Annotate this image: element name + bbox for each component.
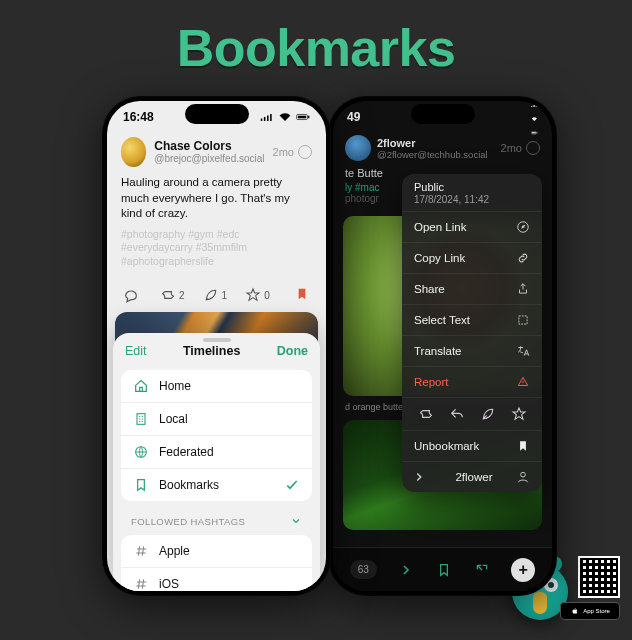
- home-icon: [133, 378, 149, 394]
- hero-title: Bookmarks: [0, 18, 632, 78]
- compose-button[interactable]: +: [511, 558, 535, 582]
- menu-report[interactable]: Report: [402, 367, 542, 398]
- svg-rect-2: [537, 133, 538, 134]
- context-menu: Public 17/8/2024, 11:42 Open Link Copy L…: [402, 174, 542, 492]
- hashtags-list: Apple iOS LandscapePhotography: [121, 535, 312, 591]
- app-store-label: App Store: [583, 608, 610, 614]
- done-button[interactable]: Done: [277, 344, 308, 358]
- hash-icon: [133, 576, 149, 591]
- select-text-icon: [516, 313, 530, 327]
- handle: @2flower@techhub.social: [377, 149, 488, 160]
- compass-icon: [516, 220, 530, 234]
- post-tags[interactable]: #photography #gym #edc #everydaycarry #3…: [121, 228, 312, 269]
- display-name: Chase Colors: [154, 140, 264, 153]
- handle: @brejoc@pixelfed.social: [154, 153, 264, 164]
- chevron-down-icon: [290, 515, 302, 527]
- reply-icon[interactable]: [449, 406, 465, 422]
- tab-bar: 63 +: [333, 547, 552, 591]
- signal-icon: [531, 103, 538, 107]
- chevron-right-icon[interactable]: [398, 562, 414, 578]
- signal-icon: [260, 112, 274, 122]
- app-store-badge[interactable]: App Store: [560, 602, 620, 620]
- rocket-icon[interactable]: [480, 406, 496, 422]
- menu-action-icons: [402, 398, 542, 431]
- timeline-federated[interactable]: Federated: [121, 435, 312, 468]
- building-icon: [133, 411, 149, 427]
- tab-count[interactable]: 63: [350, 560, 377, 579]
- phone-right: 49 2flower @2flower@techhub.social 2mo: [328, 96, 557, 596]
- apple-icon: [570, 606, 580, 616]
- more-icon[interactable]: [526, 141, 540, 155]
- status-icons: [260, 112, 310, 122]
- edit-button[interactable]: Edit: [125, 344, 147, 358]
- reply-button[interactable]: [123, 287, 142, 303]
- dynamic-island: [411, 104, 475, 124]
- menu-user-row[interactable]: 2flower: [402, 462, 542, 492]
- visibility-label: Public: [414, 181, 530, 193]
- timeline-bookmarks[interactable]: Bookmarks: [121, 468, 312, 501]
- battery-icon: [296, 112, 310, 122]
- phone-left: 16:48 Chase Colors @brejoc@pixelfed.soci…: [102, 96, 331, 596]
- more-icon[interactable]: [298, 145, 312, 159]
- avatar[interactable]: [121, 137, 146, 167]
- star-icon[interactable]: [511, 406, 527, 422]
- sheet-title: Timelines: [183, 344, 240, 358]
- post-body: Hauling around a camera pretty much ever…: [121, 175, 312, 222]
- share-icon: [516, 282, 530, 296]
- post[interactable]: Chase Colors @brejoc@pixelfed.social 2mo…: [107, 133, 326, 276]
- menu-copy-link[interactable]: Copy Link: [402, 243, 542, 274]
- wifi-icon: [531, 117, 538, 121]
- status-time: 49: [347, 110, 360, 124]
- report-icon: [516, 375, 530, 389]
- chevron-right-icon: [412, 470, 426, 484]
- translate-icon: [516, 344, 530, 358]
- timeline-local[interactable]: Local: [121, 402, 312, 435]
- menu-open-link[interactable]: Open Link: [402, 212, 542, 243]
- globe-icon: [133, 444, 149, 460]
- boost-icon[interactable]: [418, 406, 434, 422]
- avatar[interactable]: [345, 135, 371, 161]
- bookmark-icon: [133, 477, 149, 493]
- menu-translate[interactable]: Translate: [402, 336, 542, 367]
- bookmark-filled-icon: [516, 439, 530, 453]
- dynamic-island: [185, 104, 249, 124]
- qr-code[interactable]: [578, 556, 620, 598]
- bookmark-icon[interactable]: [436, 562, 452, 578]
- favorite-button[interactable]: 1: [203, 287, 228, 303]
- post-age: 2mo: [501, 141, 540, 155]
- svg-rect-8: [308, 116, 309, 119]
- checkmark-icon: [284, 477, 300, 493]
- hashtag-apple[interactable]: Apple: [121, 535, 312, 567]
- hash-icon: [133, 543, 149, 559]
- svg-rect-9: [137, 414, 145, 425]
- timeline-home[interactable]: Home: [121, 370, 312, 402]
- bookmark-button[interactable]: [294, 286, 310, 304]
- display-name: 2flower: [377, 137, 488, 149]
- svg-rect-4: [519, 316, 527, 324]
- timestamp-label: 17/8/2024, 11:42: [414, 194, 530, 205]
- star-button[interactable]: 0: [245, 287, 270, 303]
- open-external-icon[interactable]: [474, 562, 490, 578]
- battery-icon: [531, 131, 538, 135]
- timelines-list: Home Local Federated Bookmarks: [121, 370, 312, 501]
- person-icon: [516, 470, 530, 484]
- hashtag-ios[interactable]: iOS: [121, 567, 312, 591]
- timelines-sheet: Edit Timelines Done Home Local: [113, 333, 320, 591]
- link-icon: [516, 251, 530, 265]
- status-icons: [531, 101, 538, 138]
- post-actions: 2 1 0: [107, 276, 326, 312]
- bookmark-filled-icon: [294, 286, 310, 302]
- menu-share[interactable]: Share: [402, 274, 542, 305]
- menu-unbookmark[interactable]: Unbookmark: [402, 431, 542, 462]
- menu-header: Public 17/8/2024, 11:42: [402, 174, 542, 212]
- svg-point-5: [521, 472, 526, 477]
- post-age: 2mo: [273, 145, 312, 159]
- section-followed-hashtags[interactable]: FOLLOWED HASHTAGS: [113, 505, 320, 531]
- boost-button[interactable]: 2: [160, 287, 185, 303]
- wifi-icon: [278, 112, 292, 122]
- menu-select-text[interactable]: Select Text: [402, 305, 542, 336]
- svg-rect-7: [298, 116, 306, 119]
- status-time: 16:48: [123, 110, 154, 124]
- svg-rect-1: [532, 133, 536, 134]
